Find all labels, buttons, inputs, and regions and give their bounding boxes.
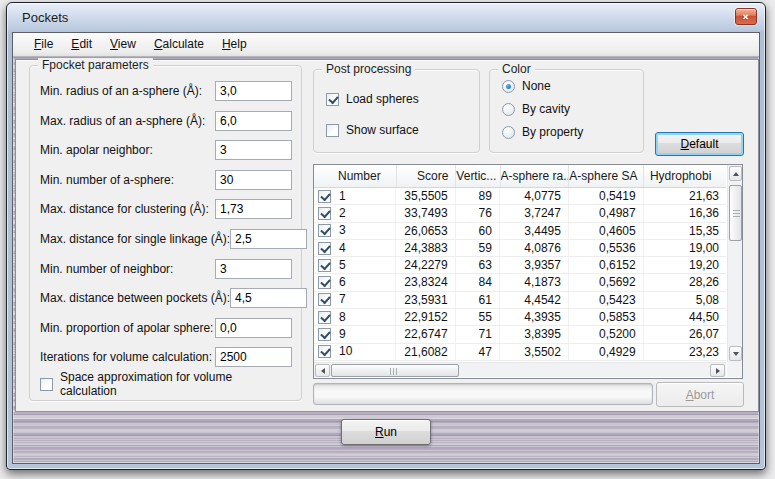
cell-sa: 0,6152 [569,257,644,273]
close-icon: + [740,10,752,22]
row-number: 8 [339,309,346,325]
header-asphere-radius[interactable]: A-sphere ra... [501,165,570,187]
cell-radius: 3,4495 [500,223,569,239]
table-row[interactable]: 6 23,8324 84 4,1873 0,5692 28,26 [314,274,726,291]
row-checkbox[interactable] [318,328,331,341]
row-checkbox[interactable] [318,224,331,237]
horizontal-scrollbar[interactable] [314,362,726,377]
param-row: Max. distance for clustering (Å): [40,199,292,219]
cell-hydro: 26,07 [644,326,726,342]
table-row[interactable]: 9 22,6747 71 3,8395 0,5200 26,07 [314,326,726,343]
param-row: Max. distance between pockets (Å): [40,288,292,308]
window-body: File Edit View Calculate Help Fpocket pa… [12,32,760,464]
cell-vertices: 61 [456,292,500,308]
param-input-apolar-proportion[interactable] [215,318,292,338]
titlebar[interactable]: Pockets + [7,3,765,32]
scroll-right-button[interactable] [710,364,725,377]
horizontal-scroll-thumb[interactable] [331,364,459,377]
param-label: Min. radius of an a-sphere (Å): [40,84,202,98]
header-hydrophobicity[interactable]: Hydrophobi [644,165,726,187]
radio-none[interactable]: None [502,79,551,93]
row-checkbox[interactable] [318,259,331,272]
close-button[interactable]: + [735,8,757,25]
header-asphere-sa[interactable]: A-sphere SA [569,165,644,187]
table-row[interactable]: 5 24,2279 63 3,9357 0,6152 19,20 [314,257,726,274]
param-input-min-radius[interactable] [215,81,292,101]
radio-icon [502,80,515,93]
scroll-up-button[interactable] [729,166,742,181]
param-input-min-neighbor[interactable] [215,259,292,279]
param-input-pockets-distance[interactable] [230,288,307,308]
cell-sa: 0,5423 [569,292,644,308]
table-row[interactable]: 4 24,3883 59 4,0876 0,5536 19,00 [314,240,726,257]
arrow-right-icon [716,368,720,374]
checkbox-load-spheres[interactable]: Load spheres [326,92,419,106]
table-row[interactable]: 3 26,0653 60 3,4495 0,4605 15,35 [314,223,726,240]
param-input-volume-iterations[interactable] [215,347,292,367]
row-checkbox[interactable] [318,293,331,306]
row-checkbox[interactable] [318,207,331,220]
cell-radius: 3,9357 [500,257,569,273]
row-checkbox[interactable] [318,276,331,289]
header-vertices[interactable]: Vertic... [456,165,500,187]
menu-edit[interactable]: Edit [62,33,101,56]
row-number: 4 [339,240,346,256]
cell-score: 21,6082 [396,344,455,360]
header-score[interactable]: Score [397,165,456,187]
table-row[interactable]: 10 21,6082 47 3,5502 0,4929 23,23 [314,344,726,361]
cell-hydro: 28,26 [644,274,726,290]
checkbox-label: Show surface [346,123,419,137]
default-button[interactable]: Default [655,132,744,156]
param-input-max-radius[interactable] [215,111,292,131]
menu-view[interactable]: View [101,33,145,56]
row-checkbox[interactable] [318,345,331,358]
window-title: Pockets [22,10,68,25]
header-number[interactable]: Number [314,165,397,187]
param-input-min-number-asphere[interactable] [215,170,292,190]
checkbox-space-approximation[interactable]: Space approximation for volume calculati… [40,377,292,392]
run-button[interactable]: Run [341,419,431,445]
pockets-table: Number Score Vertic... A-sphere ra... A-… [313,164,743,379]
row-checkbox[interactable] [318,242,331,255]
cell-radius: 4,4542 [500,292,569,308]
vertical-scrollbar[interactable] [727,165,742,362]
table-row[interactable]: 2 33,7493 76 3,7247 0,4987 16,36 [314,205,726,222]
vertical-scroll-thumb[interactable] [729,185,742,241]
params-body: Min. radius of an a-sphere (Å): Max. rad… [40,81,292,392]
param-input-min-apolar-neighbor[interactable] [215,140,292,160]
abort-button[interactable]: Abort [656,382,744,407]
scroll-down-button[interactable] [729,346,742,361]
cell-hydro: 15,35 [644,223,726,239]
param-row: Iterations for volume calculation: [40,347,292,367]
scroll-left-button[interactable] [315,364,330,377]
checkbox-show-surface[interactable]: Show surface [326,123,419,137]
menu-calculate[interactable]: Calculate [145,33,213,56]
cell-hydro: 19,00 [644,240,726,256]
arrow-left-icon [321,368,325,374]
cell-radius: 3,8395 [500,326,569,342]
cell-sa: 0,4929 [569,344,644,360]
radio-by-property[interactable]: By property [502,125,583,139]
group-color: Color None By cavity By property [489,69,644,153]
cell-score: 22,9152 [396,309,455,325]
row-checkbox[interactable] [318,190,331,203]
cell-hydro: 44,50 [644,309,726,325]
cell-hydro: 21,63 [644,188,726,204]
menu-help[interactable]: Help [213,33,256,56]
radio-label: By property [522,125,583,139]
cell-hydro: 23,23 [644,344,726,360]
table-row[interactable]: 7 23,5931 61 4,4542 0,5423 5,08 [314,292,726,309]
arrow-up-icon [733,172,739,176]
radio-by-cavity[interactable]: By cavity [502,102,570,116]
radio-icon [502,103,515,116]
table-row[interactable]: 1 35,5505 89 4,0775 0,5419 21,63 [314,188,726,205]
param-label: Max. distance for clustering (Å): [40,202,209,216]
checkbox-icon [326,124,339,137]
row-number: 10 [339,344,352,360]
param-input-single-linkage[interactable] [230,229,307,249]
menu-file[interactable]: File [25,33,62,56]
param-input-clustering-distance[interactable] [215,199,292,219]
cell-score: 24,3883 [396,240,455,256]
table-row[interactable]: 8 22,9152 55 4,3935 0,5853 44,50 [314,309,726,326]
row-checkbox[interactable] [318,311,331,324]
